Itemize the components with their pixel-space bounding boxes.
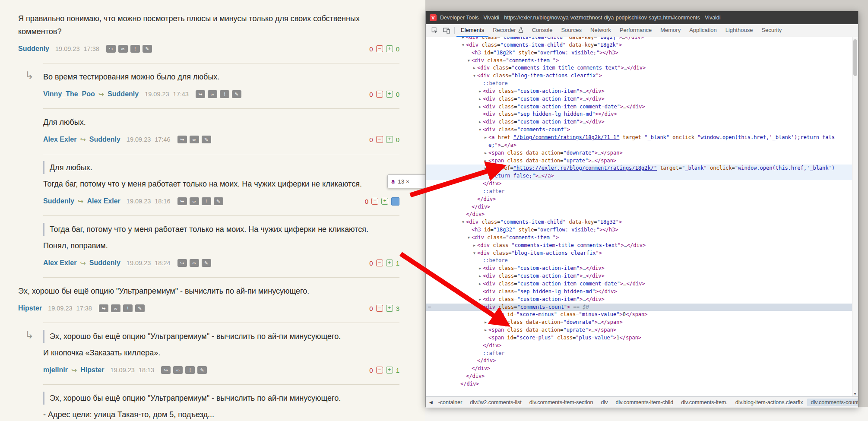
expand-closed-icon[interactable]: ▶ — [483, 326, 488, 334]
downvote-button[interactable]: − — [371, 198, 378, 205]
breadcrumb-item[interactable]: div.comments-item-section — [526, 399, 597, 406]
upvote-button[interactable]: + — [386, 260, 393, 266]
report-icon[interactable]: ! — [220, 90, 229, 98]
minus-count-link[interactable]: 0 — [369, 305, 373, 312]
dom-tree-line[interactable]: ▼<div class="comments-item "> — [426, 57, 858, 65]
reply-icon[interactable]: ↪ — [106, 45, 116, 53]
upvote-button[interactable]: + — [381, 198, 388, 205]
reply-icon[interactable]: ↪ — [196, 90, 205, 98]
minus-count-link[interactable]: 0 — [369, 136, 373, 143]
dom-tree-line[interactable]: ::after — [426, 188, 858, 196]
dom-tree-line[interactable]: ⋯▼<div class="comments-count"> == $0 — [426, 304, 858, 311]
dom-tree-line[interactable]: <span id="score-minus" class="minus-valu… — [426, 311, 858, 319]
downvote-button[interactable]: − — [376, 260, 383, 266]
plus-count-link[interactable]: 0 — [396, 91, 399, 98]
dom-tree-line[interactable]: ▶<div class="custom-action-item">…</div> — [426, 95, 858, 103]
breadcrumb-item[interactable]: div.comments-count — [807, 399, 858, 406]
minus-count-link[interactable]: 0 — [369, 367, 373, 374]
reply-icon[interactable]: ↪ — [177, 259, 187, 267]
breadcrumb-item[interactable]: div — [597, 399, 612, 406]
dom-tree-line[interactable]: </div> — [426, 203, 858, 211]
downvote-button[interactable]: − — [376, 91, 383, 98]
upvote-button[interactable]: + — [386, 305, 393, 312]
author-link[interactable]: Hipster — [18, 304, 42, 312]
edit-icon[interactable]: ✎ — [232, 90, 241, 98]
dom-tree-line[interactable]: <div class="sep hidden-lg hidden-md"></d… — [426, 111, 858, 118]
reply-icon[interactable]: ↪ — [177, 136, 187, 143]
dom-tree-line[interactable]: e;">…</a> — [426, 142, 858, 149]
dom-tree-scrollbar[interactable]: ▼ — [852, 37, 858, 396]
dom-tree-line[interactable]: ▼<div class="blog-item-actions clearfix"… — [426, 250, 858, 257]
minus-count-link[interactable]: 0 — [369, 45, 373, 53]
reply-icon[interactable]: ↪ — [177, 197, 187, 205]
dom-tree-line[interactable]: <div class="sep hidden-lg hidden-md"></d… — [426, 288, 858, 296]
report-icon[interactable]: ! — [130, 45, 140, 53]
expand-open-icon[interactable]: ▼ — [466, 234, 472, 242]
plus-count-link[interactable]: 3 — [396, 305, 399, 312]
breadcrumb-item[interactable]: -container — [434, 399, 466, 406]
tab-console[interactable]: Console — [528, 24, 557, 37]
dom-tree-line[interactable]: <h3 id="18g32" style="overflow: visible;… — [426, 226, 858, 234]
edit-icon[interactable]: ✎ — [202, 136, 211, 143]
expand-closed-icon[interactable]: ▶ — [477, 95, 483, 103]
device-toolbar-icon[interactable] — [440, 24, 453, 37]
breadcrumb-item[interactable]: div#w2.comments-list — [466, 399, 525, 406]
edit-icon[interactable]: ✎ — [197, 366, 207, 374]
expand-open-icon[interactable]: ▼ — [477, 304, 483, 311]
dom-tree-line[interactable]: </div> — [426, 196, 858, 203]
dom-tree-line[interactable]: </div> — [426, 357, 858, 365]
dom-tree-line[interactable]: ▶<div class="custom-action-item">…</div> — [426, 265, 858, 272]
plus-count-link[interactable]: 0 — [396, 136, 399, 143]
expand-closed-icon[interactable]: ▶ — [477, 265, 483, 272]
scrollbar-down-arrow[interactable]: ▼ — [852, 392, 858, 396]
downvote-button[interactable]: − — [376, 45, 383, 52]
expand-closed-icon[interactable]: ▶ — [483, 134, 488, 142]
expand-closed-icon[interactable]: ▶ — [472, 242, 477, 250]
dom-tree-line[interactable]: ▶<div class="comments-item-child" data-k… — [426, 37, 858, 41]
dom-tree-line[interactable]: ▶<div class="comments-item-title comment… — [426, 64, 858, 72]
expand-closed-icon[interactable]: ▶ — [477, 280, 483, 288]
dom-tree-line[interactable]: ::after — [426, 350, 858, 358]
dom-tree-line[interactable]: ▼<div class="comments-item "> — [426, 234, 858, 242]
expand-open-icon[interactable]: ▼ — [477, 126, 483, 134]
upvote-button[interactable]: + — [386, 136, 393, 143]
dom-tree-line[interactable]: ▶<div class="custom-action-item comment-… — [426, 103, 858, 111]
author-link[interactable]: Alex Exler — [43, 259, 76, 267]
dom-tree-line[interactable]: ▶<a href="/blog/comment/ratings/18g2k/?1… — [426, 134, 858, 142]
link-icon[interactable]: ∞ — [111, 304, 120, 312]
dom-tree-line[interactable]: ▶<div class="custom-action-item">…</div> — [426, 296, 858, 304]
expand-closed-icon[interactable]: ▶ — [477, 296, 483, 304]
dom-tree-line[interactable]: </div> — [426, 211, 858, 218]
dom-tree-line[interactable]: ▼<div class="comments-item-child" data-k… — [426, 41, 858, 49]
breadcrumb-item[interactable]: div.comments-item-child — [612, 399, 678, 406]
dom-tree-line[interactable]: ▶<div class="custom-action-item comment-… — [426, 280, 858, 288]
scrollbar-thumb[interactable] — [853, 39, 857, 76]
expand-closed-icon[interactable]: ▶ — [477, 272, 483, 280]
dom-tree-line[interactable]: ▶<a href="https://exler.ru/blog/comment/… — [426, 165, 858, 172]
dom-tree-line[interactable]: ▼<div class="comments-count"> — [426, 126, 858, 134]
tab-network[interactable]: Network — [586, 24, 615, 37]
expand-open-icon[interactable]: ▼ — [460, 41, 466, 49]
tab-security[interactable]: Security — [757, 24, 786, 37]
dom-tree-line[interactable]: ::before — [426, 80, 858, 88]
plus-count-link[interactable]: 0 — [396, 45, 399, 53]
expand-closed-icon[interactable]: ▶ — [477, 88, 483, 95]
dom-tree-line[interactable]: </div> — [426, 373, 858, 380]
downvote-button[interactable]: − — [376, 305, 383, 312]
dom-tree-line[interactable]: ▶<div class="custom-action-item">…</div> — [426, 272, 858, 280]
reply-icon[interactable]: ↪ — [99, 304, 108, 312]
dom-tree-line[interactable]: ▶<div class="custom-action-item">…</div> — [426, 118, 858, 126]
report-icon[interactable]: ! — [202, 197, 211, 205]
dom-tree-line[interactable]: </div> — [426, 380, 858, 388]
expand-open-icon[interactable]: ▼ — [460, 218, 466, 226]
tab-recorder[interactable]: Recorder — [488, 24, 527, 37]
upvote-button[interactable]: + — [386, 91, 393, 98]
link-icon[interactable]: ∞ — [190, 136, 199, 143]
parent-author-link[interactable]: Alex Exler — [87, 197, 120, 205]
link-icon[interactable]: ∞ — [118, 45, 128, 53]
tab-elements[interactable]: Elements — [456, 24, 488, 37]
parent-author-link[interactable]: Suddenly — [108, 90, 139, 98]
dom-tree-line[interactable]: ▼<div class="comments-item-child" data-k… — [426, 218, 858, 226]
author-link[interactable]: Suddenly — [43, 197, 74, 205]
breadcrumb-scroll-left-icon[interactable]: ◀ — [428, 400, 434, 405]
